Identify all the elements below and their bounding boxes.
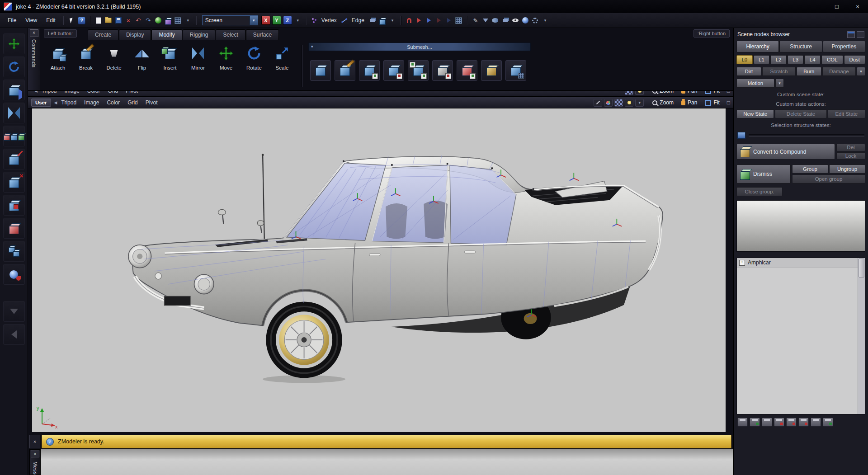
tab-hierarchy[interactable]: Hierarchy [736,41,779,52]
rail-weld-tool[interactable] [3,218,25,239]
commands-close-button[interactable]: × [30,29,38,37]
lock-button[interactable]: Lock [836,152,865,160]
maximize-viewport-icon[interactable]: □ [727,99,730,106]
maximize-viewport-icon[interactable]: □ [727,91,730,94]
display-options-dropdown[interactable]: ▾ [635,99,644,107]
history-forward-button[interactable] [444,16,453,25]
rotate-tool-button[interactable]: Rotate [240,42,268,90]
rail-scroll-down-button[interactable] [3,301,25,322]
menu-color[interactable]: Color [87,91,100,94]
delete-state-file-icon[interactable] [798,418,809,427]
maximize-button[interactable]: □ [826,0,847,13]
fit-button[interactable]: Fit [702,91,722,95]
menu-edit[interactable]: Edit [42,15,60,25]
menu-image[interactable]: Image [84,99,99,106]
ungroup-button[interactable]: Ungroup [829,165,865,174]
submesh-group-header[interactable]: ▾ Submesh... [308,42,531,51]
delete-state-button[interactable]: Delete State [775,109,826,118]
grid-settings-button[interactable] [174,16,183,25]
delete-tool-button[interactable]: Delete [100,42,128,90]
draw-tool-button[interactable]: ✎ [471,16,480,25]
rail-sphere-tool[interactable] [3,264,25,285]
minimize-button[interactable]: – [806,0,826,13]
tab-select[interactable]: Select [216,29,245,40]
messages-log-area[interactable] [41,449,733,475]
level-l2-button[interactable]: L2 [770,55,787,64]
axis-dropdown[interactable]: ▾ [293,16,302,25]
del-button[interactable]: Del [836,144,865,151]
level-l1-button[interactable]: L1 [754,55,770,64]
status-close-button[interactable]: × [29,435,40,448]
tab-surface[interactable]: Surface [246,29,279,40]
mirror-tool-button[interactable]: Mirror [184,42,212,90]
damage-dropdown[interactable]: ▾ [857,67,865,76]
damage-button[interactable]: Damage [822,67,856,76]
expand-toggle-icon[interactable]: + [739,260,745,266]
dock-icon[interactable] [847,31,855,38]
edge-mode-button[interactable] [340,16,349,25]
level-dust-button[interactable]: Dust [844,55,865,64]
render-sphere-button[interactable] [521,16,530,25]
submesh-uv-button[interactable] [505,60,526,81]
menu-tripod[interactable]: Tripod [61,99,77,106]
viewport-view-selector[interactable]: User [31,99,51,107]
messages-panel-titlebar[interactable]: × Messa [29,449,41,475]
tree-scrollbar-thumb[interactable] [859,259,864,277]
scale-tool-button[interactable]: Scale [268,42,296,90]
lighting-bulb-icon[interactable] [625,99,633,107]
submesh-material-button[interactable] [481,60,502,81]
open-group-button[interactable]: Open group [792,174,865,183]
zoom-button[interactable]: Zoom [649,91,677,95]
level-l3-button[interactable]: L3 [788,55,804,64]
submesh-extract-button[interactable] [432,60,453,81]
rail-rotate-tool[interactable] [3,56,25,77]
wireframe-toggle-icon[interactable] [594,99,602,107]
back-arrow-icon[interactable]: ◀ [34,91,38,93]
tab-structure[interactable]: Structure [779,41,822,52]
level-col-button[interactable]: COL [821,55,843,64]
menu-file[interactable]: File [4,15,20,25]
attach-tool-button[interactable]: Attach [44,42,72,90]
convert-to-compound-button[interactable]: Convert to Compound [736,144,835,160]
mode-dropdown[interactable]: ▾ [388,16,397,25]
break-tool-button[interactable]: Break [72,42,100,90]
edit-state-button[interactable]: Edit State [828,109,865,118]
motion-button[interactable]: Motion [736,79,774,88]
selection-state-icon[interactable] [737,132,745,139]
rail-stack-tool[interactable] [3,241,25,262]
prev-selection-button[interactable] [415,16,424,25]
menu-pivot[interactable]: Pivot [146,99,158,106]
menu-pivot[interactable]: Pivot [126,91,138,94]
new-state-button[interactable]: New State [736,109,774,118]
save-scene-button[interactable] [114,16,123,25]
material-editor-button[interactable] [154,16,163,25]
tab-rigging[interactable]: Rigging [183,29,216,40]
settings-button[interactable] [531,16,540,25]
save-state-icon[interactable] [750,418,760,427]
scratch-button[interactable]: Scratch [762,67,796,76]
rail-delete-mesh-tool[interactable]: × [3,172,25,193]
close-button[interactable]: × [847,0,868,13]
texture-checker-icon[interactable] [614,99,623,107]
more-tools-dropdown[interactable]: ▾ [541,16,550,25]
reload-state-icon[interactable] [762,418,772,427]
help-button[interactable]: ? [77,16,86,25]
vertex-mode-label[interactable]: Vertex [321,17,337,24]
messages-close-button[interactable]: × [31,451,39,457]
load-state-icon[interactable] [737,418,748,427]
submesh-detach-button[interactable] [457,60,477,81]
pan-button[interactable]: Pan [678,99,700,107]
tab-properties[interactable]: Properties [823,41,865,52]
rail-mirror-tool[interactable] [3,103,25,123]
group-button[interactable]: Group [792,165,828,174]
screen-dropdown-icon[interactable]: ▾ [250,16,258,25]
close-group-button[interactable]: Close group. [736,187,783,196]
rail-translate-object-tool[interactable] [3,80,25,100]
dirt-button[interactable]: Dirt [736,67,761,76]
local-axes-button[interactable] [454,16,463,25]
rail-collapse-button[interactable] [3,324,25,345]
submesh-remove-button[interactable] [383,60,404,81]
tab-display[interactable]: Display [119,29,151,40]
new-scene-button[interactable] [94,16,103,25]
menu-color[interactable]: Color [107,99,120,106]
